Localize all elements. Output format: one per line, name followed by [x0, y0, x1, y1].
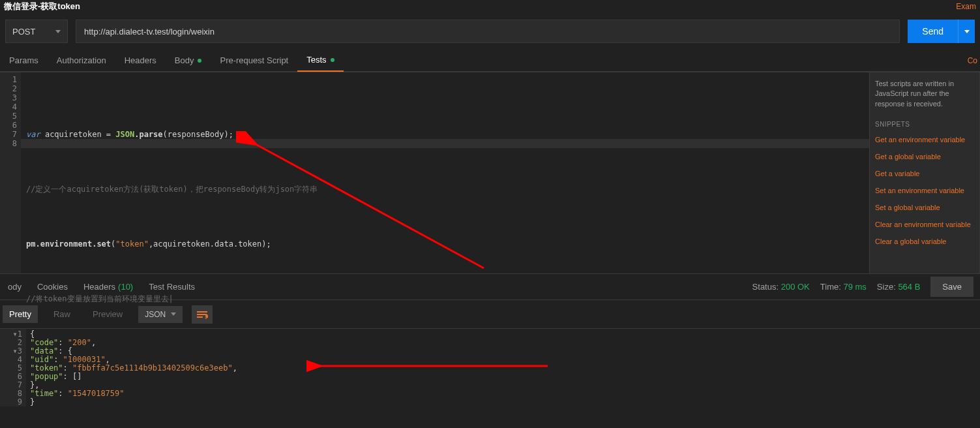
snippet-link[interactable]: Clear a global variable	[875, 237, 974, 245]
examples-link[interactable]: Exam	[956, 2, 976, 11]
request-url-input[interactable]	[76, 20, 900, 43]
request-breadcrumb: 微信登录-获取token	[4, 1, 80, 12]
tab-tests[interactable]: Tests	[297, 50, 343, 72]
snippets-panel: Test scripts are written in JavaScript r…	[869, 72, 980, 274]
snippet-link[interactable]: Set a global variable	[875, 204, 974, 211]
dot-indicator-icon	[198, 59, 201, 63]
tab-authorization[interactable]: Authorization	[48, 50, 115, 72]
save-response-button[interactable]: Save	[930, 277, 973, 297]
snippet-link[interactable]: Get an environment variable	[875, 136, 974, 144]
http-method-value: POST	[12, 27, 35, 37]
code-content[interactable]: var acquiretoken = JSON.parse(responseBo…	[21, 72, 869, 273]
fold-icon[interactable]: ▾	[11, 330, 18, 339]
snippet-link[interactable]: Clear an environment variable	[875, 221, 974, 228]
request-row: POST Send	[0, 13, 980, 50]
annotation-arrow-icon	[306, 356, 554, 376]
chevron-down-icon	[55, 30, 61, 33]
code-gutter: 1234 5678	[0, 72, 21, 273]
tests-code-editor[interactable]: 1234 5678 var acquiretoken = JSON.parse(…	[0, 72, 869, 274]
dot-indicator-icon	[331, 58, 334, 62]
snippet-link[interactable]: Get a global variable	[875, 153, 974, 160]
snippets-description: Test scripts are written in JavaScript r…	[875, 79, 974, 109]
chevron-down-icon	[964, 30, 970, 33]
snippets-heading: SNIPPETS	[875, 121, 974, 128]
http-method-select[interactable]: POST	[5, 20, 68, 43]
request-tabs: Params Authorization Headers Body Pre-re…	[0, 50, 980, 72]
size-value: 564 B	[898, 282, 920, 292]
fold-icon[interactable]: ▾	[11, 347, 18, 356]
response-tab-body[interactable]: ody	[0, 274, 29, 300]
tab-body[interactable]: Body	[166, 50, 211, 72]
annotation-arrow-icon	[236, 131, 497, 275]
tab-prerequest[interactable]: Pre-request Script	[211, 50, 297, 72]
tab-headers[interactable]: Headers	[115, 50, 166, 72]
response-gutter: ▾1 2 ▾3 4 5 6 7 8 9	[0, 329, 26, 406]
tab-params[interactable]: Params	[0, 50, 48, 72]
response-body-viewer[interactable]: ▾1 2 ▾3 4 5 6 7 8 9 { "code": "200", "da…	[0, 329, 980, 406]
response-json-content: { "code": "200", "data": { "uid": "10000…	[26, 329, 237, 406]
send-button[interactable]: Send	[908, 20, 958, 43]
collaborate-link[interactable]: Co	[968, 56, 980, 65]
snippet-link[interactable]: Set an environment variable	[875, 187, 974, 194]
size-label: Size:	[877, 282, 896, 292]
send-dropdown-button[interactable]	[958, 20, 975, 43]
snippet-link[interactable]: Get a variable	[875, 170, 974, 177]
